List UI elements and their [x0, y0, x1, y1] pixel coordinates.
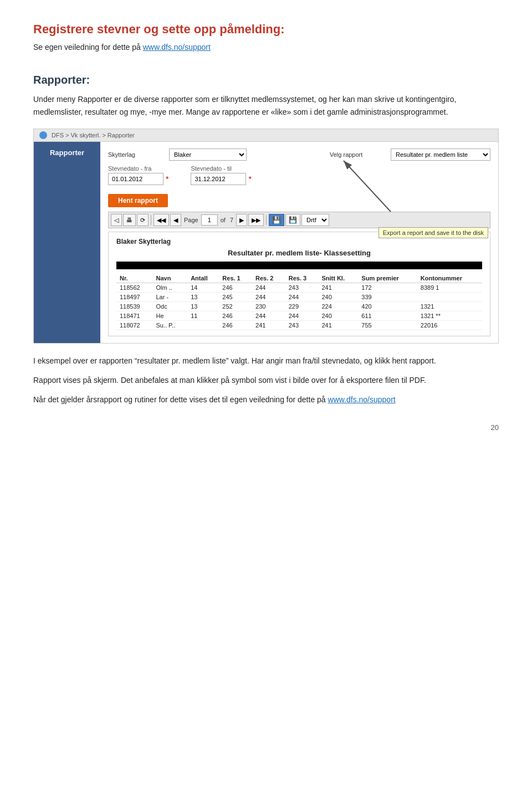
- skytterlag-select[interactable]: Blaker: [169, 149, 247, 161]
- col-snitt: Snitt Kl.: [318, 274, 358, 283]
- hent-rapport-button[interactable]: Hent rapport: [108, 194, 168, 207]
- main-area: Skytterlag Blaker Velg rapport Resultate…: [100, 142, 498, 343]
- diagonal-arrow: [335, 151, 402, 217]
- page-label: Page: [182, 217, 200, 223]
- table-cell: 243: [285, 321, 319, 330]
- print-button[interactable]: 🖶: [123, 214, 136, 226]
- table-cell: 241: [252, 321, 285, 330]
- table-cell: 244: [252, 293, 285, 302]
- col-res1: Res. 1: [219, 274, 252, 283]
- left-nav: Rapporter: [34, 142, 100, 343]
- table-cell: 118471: [116, 311, 152, 321]
- stevnedato-fra-label: Stevnedato - fra: [108, 165, 168, 172]
- screen-body: Rapporter Skytterlag Blaker Velg rapport…: [34, 142, 498, 343]
- table-cell: 246: [219, 311, 252, 321]
- skytterlag-label: Skytterlag: [108, 151, 163, 158]
- para3-link[interactable]: www.dfs.no/support: [328, 395, 396, 404]
- section-heading-rapporter: Rapporter:: [33, 74, 499, 86]
- page-input[interactable]: [201, 214, 218, 226]
- col-konto: Kontonummer: [417, 274, 482, 283]
- next-page-button[interactable]: ▶: [236, 214, 247, 226]
- export-tooltip: Export a report and save it to the disk: [378, 227, 488, 238]
- date-til-group: Stevnedato - til *: [191, 165, 251, 185]
- table-row: 118471He112462442442406111321 **: [116, 311, 482, 321]
- table-cell: 246: [219, 321, 252, 330]
- table-cell: Su.. P..: [152, 321, 187, 330]
- table-cell: 244: [252, 283, 285, 293]
- table-cell: 230: [252, 302, 285, 311]
- table-row: 118539Odc132522302292244201321: [116, 302, 482, 311]
- til-required: *: [248, 175, 251, 183]
- svg-line-1: [344, 161, 391, 212]
- table-cell: 339: [358, 293, 417, 302]
- export-disk-button[interactable]: 💾: [269, 214, 284, 226]
- table-cell: 420: [358, 302, 417, 311]
- first-page-button[interactable]: ◀◀: [154, 214, 169, 226]
- prev-page-button[interactable]: ◀: [170, 214, 181, 226]
- col-res2: Res. 2: [252, 274, 285, 283]
- save-button[interactable]: 💾: [285, 214, 300, 226]
- fra-required: *: [166, 175, 168, 183]
- table-cell: 241: [318, 283, 358, 293]
- table-cell: 244: [285, 311, 319, 321]
- table-cell: [187, 321, 219, 330]
- report-table: Nr. Navn Antall Res. 1 Res. 2 Res. 3 Sni…: [116, 274, 482, 330]
- date-fra-group: Stevnedato - fra *: [108, 165, 168, 185]
- table-cell: 172: [358, 283, 417, 293]
- table-header-row: Nr. Navn Antall Res. 1 Res. 2 Res. 3 Sni…: [116, 274, 482, 283]
- report-content: Blaker Skytterlag Resultater pr. medlem …: [108, 232, 490, 336]
- table-cell: 245: [219, 293, 252, 302]
- table-cell: 14: [187, 283, 219, 293]
- para3: Når det gjelder årsrapport og rutiner fo…: [33, 393, 499, 406]
- back-button[interactable]: ◁: [111, 214, 122, 226]
- table-cell: 13: [187, 302, 219, 311]
- sep2: [266, 215, 267, 225]
- table-cell: 22016: [417, 321, 482, 330]
- col-antall: Antall: [187, 274, 219, 283]
- table-cell: 240: [318, 311, 358, 321]
- export-format-select[interactable]: Drtf: [301, 214, 329, 226]
- toolbar-wrapper: ◁ 🖶 ⟳ ◀◀ ◀ Page of 7 ▶ ▶▶ 💾 💾 D: [108, 212, 490, 228]
- velg-rapport-select[interactable]: Resultater pr. medlem liste: [391, 149, 490, 161]
- table-cell: 224: [318, 302, 358, 311]
- table-cell: 8389 1: [417, 283, 482, 293]
- refresh-button[interactable]: ⟳: [137, 214, 149, 226]
- table-cell: Odc: [152, 302, 187, 311]
- table-cell: 246: [219, 283, 252, 293]
- report-title: Resultater pr. medlem liste- Klassesetti…: [116, 249, 482, 257]
- report-toolbar: ◁ 🖶 ⟳ ◀◀ ◀ Page of 7 ▶ ▶▶ 💾 💾 D: [108, 212, 490, 228]
- intro-text: Se egen veiledning for dette på www.dfs.…: [33, 41, 499, 54]
- table-cell: 1321 **: [417, 311, 482, 321]
- table-cell: 11: [187, 311, 219, 321]
- col-nr: Nr.: [116, 274, 152, 283]
- table-cell: 244: [252, 311, 285, 321]
- stevnedato-fra-input[interactable]: [108, 173, 163, 185]
- table-cell: Lar -: [152, 293, 187, 302]
- table-cell: 1321: [417, 302, 482, 311]
- table-row: 118562Olm ..142462442432411728389 1: [116, 283, 482, 293]
- of-value: 7: [228, 217, 235, 223]
- table-row: 118072Su.. P..24624124324175522016: [116, 321, 482, 330]
- last-page-button[interactable]: ▶▶: [248, 214, 264, 226]
- intro-link[interactable]: www.dfs.no/support: [143, 43, 211, 52]
- breadcrumb-text: DFS > Vk skytterl. > Rapporter: [52, 132, 135, 139]
- col-res3: Res. 3: [285, 274, 319, 283]
- stevnedato-til-label: Stevnedato - til: [191, 165, 251, 172]
- date-section: Stevnedato - fra * Stevnedato - til *: [108, 165, 490, 185]
- table-cell: 229: [285, 302, 319, 311]
- table-cell: Olm ..: [152, 283, 187, 293]
- table-cell: [417, 293, 482, 302]
- para1: I eksempel over er rapporten “resultater…: [33, 355, 499, 367]
- stevnedato-til-input[interactable]: [191, 173, 246, 185]
- table-cell: 118539: [116, 302, 152, 311]
- of-label: of: [219, 217, 227, 223]
- report-org-name: Blaker Skytterlag: [116, 238, 482, 245]
- breadcrumb-bar: DFS > Vk skytterl. > Rapporter: [34, 129, 498, 142]
- table-cell: 118072: [116, 321, 152, 330]
- dfs-icon: [39, 131, 47, 139]
- table-cell: 240: [318, 293, 358, 302]
- table-cell: He: [152, 311, 187, 321]
- table-cell: 252: [219, 302, 252, 311]
- para2: Rapport vises på skjerm. Det anbefales a…: [33, 374, 499, 387]
- table-cell: 241: [318, 321, 358, 330]
